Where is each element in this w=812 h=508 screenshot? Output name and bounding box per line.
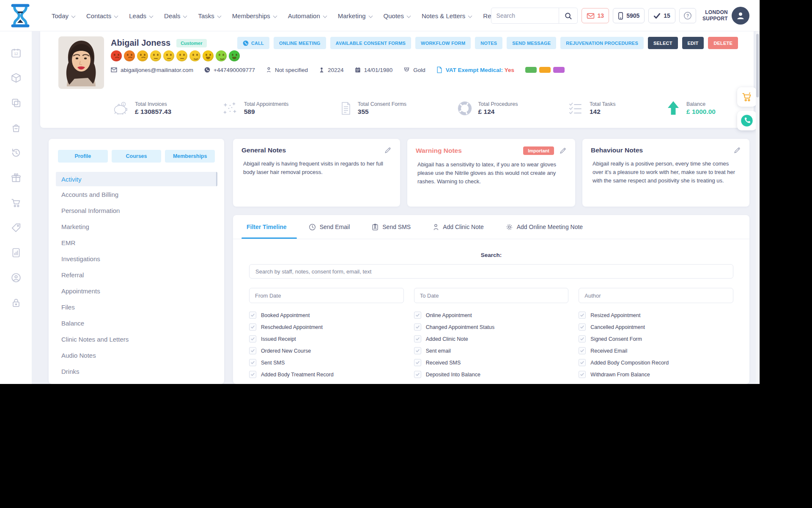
notes-button[interactable]: NOTES (475, 37, 502, 49)
checkbox-online-appointment[interactable]: Online Appointment (414, 312, 569, 319)
nav-deals[interactable]: Deals (164, 12, 187, 19)
floating-cart-button[interactable] (737, 87, 757, 107)
report-icon[interactable] (11, 247, 22, 258)
tab-send-sms[interactable]: Send SMS (372, 215, 411, 239)
tab-send-email[interactable]: Send Email (309, 215, 350, 239)
help-badge[interactable]: ? (679, 8, 696, 23)
checkbox-received-sms[interactable]: Received SMS (414, 359, 569, 366)
account-sync-icon[interactable] (11, 272, 22, 283)
mood-face-1[interactable] (111, 50, 122, 61)
select-button[interactable]: SELECT (648, 37, 678, 49)
tab-profile[interactable]: Profile (58, 150, 108, 163)
mood-face-5[interactable] (163, 50, 174, 61)
history-icon[interactable] (11, 147, 22, 158)
nav-tasks[interactable]: Tasks (198, 12, 220, 19)
tab-memberships[interactable]: Memberships (165, 150, 215, 163)
call-button[interactable]: CALL (237, 37, 269, 49)
online-meeting-button[interactable]: ONLINE MEETING (274, 37, 326, 49)
menu-item-investigations[interactable]: Investigations (49, 251, 224, 267)
cart-icon[interactable] (11, 197, 22, 208)
rejuvenation-procedures-button[interactable]: REJUVENATION PROCEDURES (560, 37, 644, 49)
edit-behaviour-notes-icon[interactable] (733, 146, 741, 154)
mood-face-8[interactable] (203, 50, 214, 61)
global-search-input[interactable] (491, 12, 559, 19)
delete-button[interactable]: DELETE (708, 37, 738, 49)
checkbox-signed-consent-form[interactable]: Signed Consent Form (579, 335, 733, 342)
menu-item-balance[interactable]: Balance (49, 315, 224, 331)
mood-face-3[interactable] (137, 50, 148, 61)
checkbox-sent-email[interactable]: Sent email (414, 347, 569, 354)
edit-button[interactable]: EDIT (682, 37, 704, 49)
checkbox-deposited-into-balance[interactable]: Deposited Into Balance (414, 371, 569, 378)
mood-face-10[interactable] (229, 50, 240, 61)
menu-item-clinic-notes-and-letters[interactable]: Clinic Notes and Letters (49, 331, 224, 347)
menu-item-activity[interactable]: Activity (56, 172, 217, 186)
copy-icon[interactable] (11, 97, 22, 108)
author-input[interactable] (579, 288, 733, 303)
checkbox-received-email[interactable]: Received Email (579, 347, 733, 354)
from-date-input[interactable] (249, 288, 404, 303)
client-email[interactable]: abigailjones@mailinator.com (111, 67, 193, 73)
nav-memberships[interactable]: Memberships (232, 12, 277, 19)
vertical-scrollbar[interactable] (756, 31, 759, 384)
tag-orange[interactable] (539, 67, 551, 73)
tab-add-online-meeting-note[interactable]: Add Online Meeting Note (506, 215, 583, 239)
nav-marketing[interactable]: Marketing (338, 12, 372, 19)
checkbox-issued-receipt[interactable]: Issued Receipt (249, 335, 404, 342)
menu-item-appointments[interactable]: Appointments (49, 283, 224, 299)
tag-purple[interactable] (553, 67, 565, 73)
nav-contacts[interactable]: Contacts (86, 12, 118, 19)
gift-icon[interactable] (11, 172, 22, 183)
checkbox-booked-appointment[interactable]: Booked Appointment (249, 312, 404, 319)
menu-item-personal-information[interactable]: Personal Information (49, 202, 224, 218)
shopping-bag-icon[interactable] (11, 122, 22, 133)
search-icon[interactable] (559, 8, 577, 23)
checkbox-changed-appointment-status[interactable]: Changed Appointment Status (414, 323, 569, 331)
user-avatar[interactable] (732, 7, 749, 25)
checkbox-added-body-treatment-record[interactable]: Added Body Treatment Record (249, 371, 404, 378)
workflow-form-button[interactable]: WORKFLOW FORM (415, 37, 471, 49)
mood-face-9[interactable] (216, 50, 227, 61)
nav-notes-letters[interactable]: Notes & Letters (422, 12, 472, 19)
timeline-search-input[interactable] (249, 264, 733, 279)
scrollbar-thumb[interactable] (756, 34, 759, 97)
edit-warning-notes-icon[interactable] (559, 147, 567, 155)
checkbox-added-clinic-note[interactable]: Added Clinic Note (414, 335, 569, 342)
nav-quotes[interactable]: Quotes (384, 12, 410, 19)
mood-face-6[interactable] (176, 50, 187, 61)
menu-item-emr[interactable]: EMR (49, 235, 224, 251)
checkbox-rescheduled-appointment[interactable]: Rescheduled Appointment (249, 323, 404, 331)
lock-icon[interactable] (11, 297, 22, 308)
checkbox-added-body-composition-record[interactable]: Added Body Composition Record (579, 359, 733, 366)
menu-item-marketing[interactable]: Marketing (49, 218, 224, 235)
tab-add-clinic-note[interactable]: Add Clinic Note (433, 215, 484, 239)
to-date-input[interactable] (414, 288, 569, 303)
messages-badge[interactable]: 13 (582, 8, 609, 23)
nav-automation[interactable]: Automation (288, 12, 326, 19)
checkbox-resized-appointment[interactable]: Resized Appointment (579, 312, 733, 319)
nav-today[interactable]: Today (52, 12, 75, 19)
mood-face-4[interactable] (150, 50, 161, 61)
checkbox-cancelled-appointment[interactable]: Cancelled Appointment (579, 323, 733, 331)
app-logo-hourglass-icon[interactable] (8, 3, 32, 28)
menu-item-referral[interactable]: Referral (49, 267, 224, 283)
checkbox-ordered-new-course[interactable]: Ordered New Course (249, 347, 404, 354)
client-phone[interactable]: +447490009777 (204, 67, 255, 73)
tab-courses[interactable]: Courses (112, 150, 162, 163)
mood-face-7[interactable] (189, 50, 200, 61)
phone-badge[interactable]: 5905 (613, 8, 645, 23)
edit-general-notes-icon[interactable] (384, 146, 392, 154)
send-message-button[interactable]: SEND MESSAGE (507, 37, 556, 49)
tag-green[interactable] (525, 67, 537, 73)
floating-whatsapp-call-button[interactable] (737, 111, 757, 130)
checkbox-withdrawn-from-balance[interactable]: Withdrawn From Balance (579, 371, 733, 378)
tab-filter-timeline[interactable]: Filter Timeline (247, 215, 287, 239)
checkbox-sent-sms[interactable]: Sent SMS (249, 359, 404, 366)
calendar-icon[interactable]: 12 (11, 47, 22, 58)
menu-item-drinks[interactable]: Drinks (49, 363, 224, 379)
price-tag-icon[interactable] (11, 222, 22, 233)
package-icon[interactable] (11, 72, 22, 83)
nav-leads[interactable]: Leads (129, 12, 153, 19)
client-photo[interactable] (58, 36, 104, 89)
menu-item-accounts-and-billing[interactable]: Accounts and Billing (49, 186, 224, 202)
